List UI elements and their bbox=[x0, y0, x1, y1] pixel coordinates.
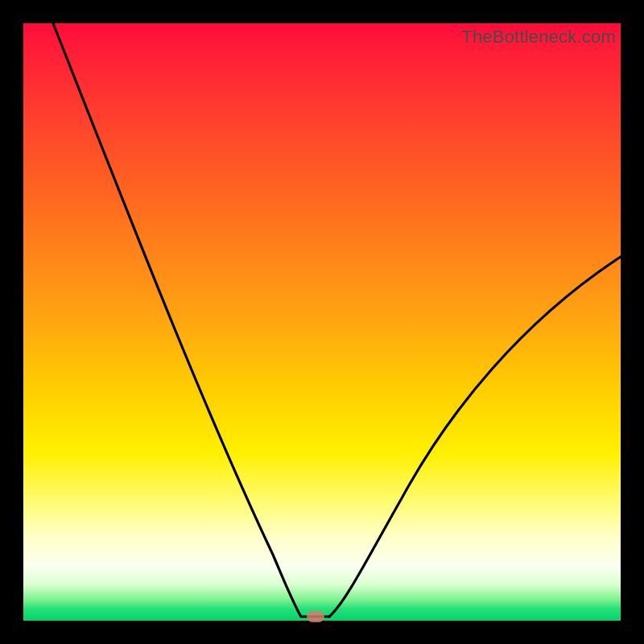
chart-frame: TheBottleneck.com bbox=[0, 0, 644, 644]
bottleneck-curve bbox=[23, 23, 621, 621]
plot-area: TheBottleneck.com bbox=[23, 23, 621, 621]
optimal-point-marker bbox=[307, 611, 324, 622]
